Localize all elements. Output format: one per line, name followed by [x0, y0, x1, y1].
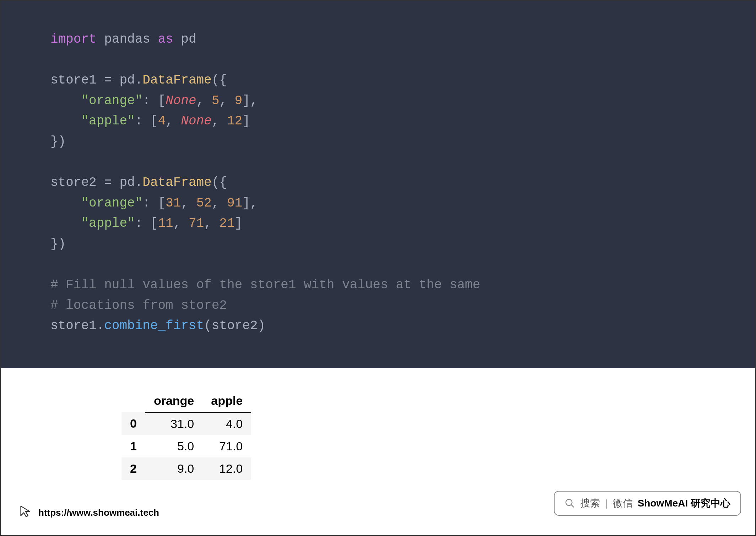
bracket-open: [: [158, 93, 166, 108]
alias-pd: pd: [181, 32, 196, 47]
bracket-open: [: [150, 114, 158, 128]
output-dataframe: orange apple 0 31.0 4.0 1 5.0 71.0 2 9.0…: [122, 390, 251, 480]
class-dataframe: DataFrame: [142, 175, 211, 190]
number-31: 31: [166, 196, 181, 210]
separator: |: [605, 498, 608, 509]
call-args: (store2): [204, 318, 265, 333]
keyword-as: as: [158, 32, 173, 47]
row-index-1: 1: [122, 435, 145, 457]
comma: ,: [181, 196, 189, 210]
comma: ,: [212, 196, 220, 210]
cell: 5.0: [145, 435, 202, 457]
ref-pd: pd: [119, 73, 135, 87]
bracket-close: ],: [242, 196, 258, 210]
bracket-close: ],: [242, 93, 258, 108]
close-brace: }): [50, 237, 66, 251]
key-apple: "apple": [81, 114, 135, 128]
dot: .: [97, 318, 104, 333]
key-orange: "orange": [81, 196, 142, 210]
row-index-2: 2: [122, 457, 145, 480]
search-badge[interactable]: 搜索 | 微信 ShowMeAI 研究中心: [554, 491, 741, 516]
number-9: 9: [235, 93, 243, 108]
dot: .: [135, 175, 143, 190]
number-52: 52: [196, 196, 212, 210]
comma: ,: [196, 93, 204, 108]
wechat-label: 微信: [613, 497, 633, 510]
class-dataframe: DataFrame: [142, 73, 211, 87]
number-21: 21: [219, 216, 234, 231]
bracket-open: [: [150, 216, 158, 231]
cell: 9.0: [145, 457, 202, 480]
bracket-close: ]: [235, 216, 243, 231]
literal-none: None: [181, 114, 211, 128]
col-apple: apple: [202, 390, 251, 412]
colon: :: [142, 93, 150, 108]
search-icon: [565, 498, 575, 509]
cell: 12.0: [202, 457, 251, 480]
colon: :: [135, 114, 143, 128]
number-5: 5: [212, 93, 220, 108]
comma: ,: [173, 216, 181, 231]
comma: ,: [219, 93, 227, 108]
module-pandas: pandas: [104, 32, 150, 47]
comment-line-2: # locations from store2: [50, 298, 227, 313]
output-panel: orange apple 0 31.0 4.0 1 5.0 71.0 2 9.0…: [1, 368, 755, 480]
footer-link[interactable]: https://www.showmeai.tech: [18, 504, 159, 521]
var-store2: store2: [50, 175, 97, 190]
footer-url: https://www.showmeai.tech: [38, 507, 159, 518]
op-eq: =: [104, 175, 112, 190]
col-orange: orange: [145, 390, 202, 412]
number-71: 71: [189, 216, 204, 231]
svg-point-0: [566, 499, 572, 506]
table-row: 0 31.0 4.0: [122, 412, 251, 435]
number-11: 11: [158, 216, 173, 231]
literal-none: None: [166, 93, 196, 108]
cell: 4.0: [202, 412, 251, 435]
number-91: 91: [227, 196, 242, 210]
var-store1: store1: [50, 73, 97, 87]
row-index-0: 0: [122, 412, 145, 435]
comma: ,: [212, 114, 220, 128]
svg-line-1: [571, 505, 574, 508]
colon: :: [135, 216, 143, 231]
open-brace: ({: [212, 175, 227, 190]
table-row: 2 9.0 12.0: [122, 457, 251, 480]
op-eq: =: [104, 73, 112, 87]
ref-store1: store1: [50, 318, 97, 333]
bracket-close: ]: [242, 114, 250, 128]
cursor-icon: [18, 504, 33, 521]
cell: 31.0: [145, 412, 202, 435]
comma: ,: [166, 114, 173, 128]
cell: 71.0: [202, 435, 251, 457]
number-12: 12: [227, 114, 242, 128]
code-block: import pandas as pd store1 = pd.DataFram…: [1, 1, 755, 368]
bracket-open: [: [158, 196, 166, 210]
comment-line-1: # Fill null values of the store1 with va…: [50, 278, 488, 292]
keyword-import: import: [50, 32, 97, 47]
open-brace: ({: [212, 73, 227, 87]
method-combine-first: combine_first: [104, 318, 204, 333]
ref-pd: pd: [119, 175, 135, 190]
key-orange: "orange": [81, 93, 142, 108]
dot: .: [135, 73, 143, 87]
brand-name: ShowMeAI 研究中心: [638, 497, 730, 510]
comma: ,: [204, 216, 212, 231]
key-apple: "apple": [81, 216, 135, 231]
index-header: [122, 390, 145, 412]
table-row: 1 5.0 71.0: [122, 435, 251, 457]
number-4: 4: [158, 114, 166, 128]
colon: :: [142, 196, 150, 210]
search-label: 搜索: [580, 497, 600, 510]
close-brace: }): [50, 134, 66, 149]
